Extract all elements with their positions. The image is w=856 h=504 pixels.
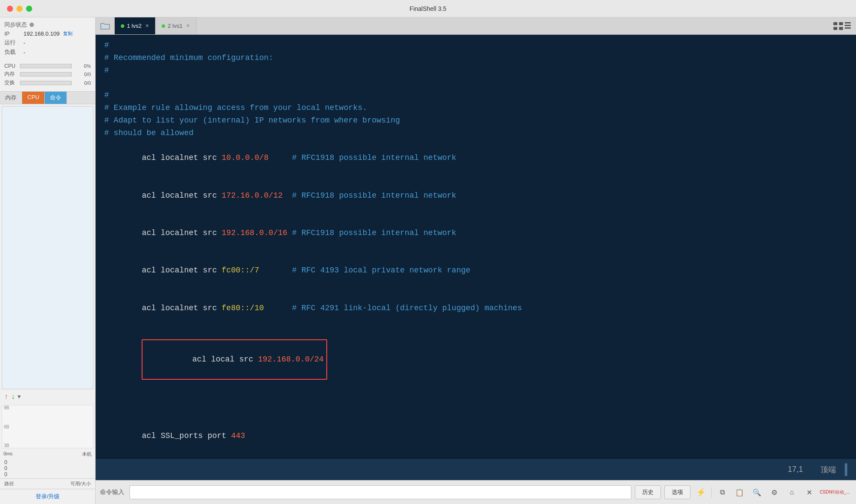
net-label-6b: 6B [4, 424, 9, 429]
load-value: - [23, 49, 25, 56]
term-line-3: # [104, 64, 847, 77]
minimize-button[interactable] [17, 6, 23, 12]
load-label: 负载 [4, 48, 22, 56]
mem-label: 内存 [4, 70, 18, 78]
download-icon: ↓ [11, 393, 15, 401]
run-label: 运行 [4, 39, 22, 46]
term-line-acl3: acl localnet src 192.168.0.0/16 # RFC191… [104, 214, 847, 252]
swap-progress-bar [20, 81, 72, 85]
ip-value: 192.168.0.109 [23, 30, 60, 37]
swap-row: 交换 0/0 [4, 79, 91, 86]
login-upgrade-button[interactable]: 登录/升级 [0, 489, 95, 504]
toolbar-separator [711, 487, 712, 497]
cpu-chart-area [2, 106, 93, 389]
tab-close-lvs2[interactable]: ✕ [145, 23, 149, 29]
disk-size-label: 可用/大小 [56, 481, 91, 487]
copy-toolbar-icon[interactable]: ⧉ [715, 485, 729, 499]
disk-header: 路径 可用/大小 [4, 481, 91, 487]
history-button[interactable]: 历史 [635, 485, 661, 499]
network-chart-area: 9B 6B 3B [2, 405, 93, 448]
svg-rect-3 [839, 27, 843, 30]
terminal-output[interactable]: # # Recommended minimum configuration: #… [96, 35, 856, 458]
term-line-empty1 [104, 392, 847, 405]
net-latency: 0ms [3, 451, 13, 458]
command-input[interactable] [129, 485, 631, 499]
swap-label: 交换 [4, 79, 18, 86]
maximize-button[interactable] [26, 6, 32, 12]
terminal-tab-lvs2[interactable]: 1 lvs2 ✕ [115, 17, 156, 34]
svg-rect-2 [833, 27, 837, 30]
net-machine: 本机 [82, 451, 92, 458]
net-v1: 0 [4, 459, 91, 465]
window-controls [7, 6, 32, 12]
term-line-highlighted: acl local src 192.168.0.0/24 [104, 327, 847, 392]
sync-label: 同步状态 [4, 21, 27, 29]
tab-dot-lvs1 [162, 24, 165, 28]
mem-values: 0/0 [73, 72, 91, 77]
tab-label-lvs2: 1 lvs2 [127, 23, 142, 29]
net-controls-row: ↑ ↓ ▼ [4, 393, 91, 401]
net-y-labels: 9B 6B 3B [4, 405, 9, 448]
options-button[interactable]: 选项 [664, 485, 690, 499]
sidebar-info: 同步状态 IP 192.168.0.109 复制 运行 - 负载 - [0, 17, 95, 61]
tab-command[interactable]: 命令 [45, 92, 67, 104]
cpu-percent: 0% [73, 63, 91, 69]
tab-close-lvs1[interactable]: ✕ [186, 23, 190, 29]
scroll-position: 顶端 [820, 464, 836, 475]
terminal-tab-lvs1[interactable]: 2 lvs1 ✕ [156, 17, 196, 34]
upload-icon: ↑ [4, 393, 8, 401]
close-button[interactable] [7, 6, 13, 12]
tab-cpu[interactable]: CPU [22, 92, 45, 104]
dropdown-icon[interactable]: ▼ [17, 394, 22, 400]
tab-memory[interactable]: 内存 [0, 92, 22, 104]
term-line-ssl: acl SSL_ports port 443 [104, 417, 847, 454]
term-line-acl4: acl localnet src fc00::/7 # RFC 4193 loc… [104, 252, 847, 289]
tab-dot-lvs2 [121, 24, 124, 28]
app-title: FinalShell 3.5 [410, 5, 447, 12]
command-bar: 命令输入 历史 选项 ⚡ ⧉ 📋 🔍 ⚙ ⌂ ✕ CSDN©自动_... [96, 480, 856, 504]
term-line-2: # Recommended minimum configuration: [104, 52, 847, 64]
load-row: 负载 - [4, 48, 91, 56]
term-line-empty2 [104, 405, 847, 417]
scrollbar[interactable] [845, 463, 847, 476]
term-line-5: # [104, 89, 847, 102]
net-values: 0 0 0 [0, 458, 95, 478]
net-label-9b: 9B [4, 405, 9, 410]
resource-tabs: 内存 CPU 命令 [0, 91, 95, 104]
svg-rect-0 [833, 22, 837, 25]
term-line-acl1: acl localnet src 10.0.0.0/8 # RFC1918 po… [104, 139, 847, 176]
sidebar: 同步状态 IP 192.168.0.109 复制 运行 - 负载 - CPU [0, 17, 96, 504]
close-toolbar-icon[interactable]: ✕ [802, 485, 816, 499]
grid-layout-button[interactable] [833, 22, 851, 30]
net-v3: 0 [4, 471, 91, 477]
svg-rect-6 [845, 27, 851, 29]
term-line-4 [104, 76, 847, 89]
status-bar: 17,1 顶端 [96, 458, 856, 480]
search-toolbar-icon[interactable]: 🔍 [750, 485, 764, 499]
copy-ip-button[interactable]: 复制 [63, 30, 73, 37]
term-line-6: # Example rule allowing access from your… [104, 102, 847, 114]
term-line-7: # Adapt to list your (internal) IP netwo… [104, 114, 847, 127]
term-line-acl2: acl localnet src 172.16.0.0/12 # RFC1918… [104, 177, 847, 214]
run-value: - [23, 40, 25, 46]
cpu-row: CPU 0% [4, 63, 91, 69]
lightning-icon[interactable]: ⚡ [694, 485, 708, 499]
network-section: ↑ ↓ ▼ [0, 391, 95, 403]
cursor-position: 17,1 [788, 465, 803, 474]
sync-indicator [30, 23, 34, 27]
run-row: 运行 - [4, 39, 91, 46]
network-legend: 0ms 本机 [0, 450, 95, 458]
disk-section: 路径 可用/大小 [0, 478, 95, 489]
settings-toolbar-icon[interactable]: ⚙ [767, 485, 781, 499]
main-container: 同步状态 IP 192.168.0.109 复制 运行 - 负载 - CPU [0, 17, 856, 504]
folder-icon-button[interactable] [96, 17, 115, 34]
svg-rect-4 [845, 22, 851, 23]
command-label: 命令输入 [100, 488, 126, 496]
titlebar: FinalShell 3.5 [0, 0, 856, 17]
ip-row: IP 192.168.0.109 复制 [4, 30, 91, 37]
terminal-tabs: 1 lvs2 ✕ 2 lvs1 ✕ [96, 17, 856, 35]
sync-status-row: 同步状态 [4, 21, 91, 29]
home-toolbar-icon[interactable]: ⌂ [785, 485, 799, 499]
paste-toolbar-icon[interactable]: 📋 [733, 485, 747, 499]
mem-progress-bar [20, 72, 72, 76]
